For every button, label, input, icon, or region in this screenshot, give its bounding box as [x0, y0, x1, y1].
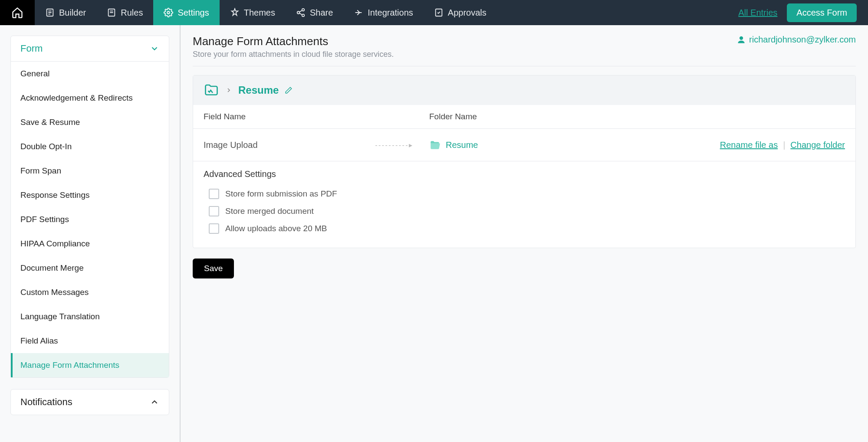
nav-themes[interactable]: Themes	[220, 0, 286, 25]
notifications-panel: Notifications	[10, 389, 169, 415]
td-folder[interactable]: Resume	[429, 139, 720, 151]
pencil-icon[interactable]	[285, 86, 293, 94]
sidebar-item-double-opt[interactable]: Double Opt-In	[11, 134, 169, 159]
rules-icon	[107, 8, 116, 17]
nav-label: Settings	[178, 8, 209, 18]
table-header: Field Name Folder Name	[193, 105, 855, 129]
nav-label: Rules	[121, 8, 143, 18]
chevron-down-icon	[150, 44, 159, 53]
th-field-name: Field Name	[204, 112, 429, 121]
notifications-title: Notifications	[20, 396, 72, 408]
user-icon	[737, 36, 746, 44]
builder-icon	[45, 8, 55, 17]
td-field-label: Image Upload	[204, 140, 258, 150]
nav-settings[interactable]: Settings	[153, 0, 219, 25]
page-header: Manage Form Attachments Store your form …	[193, 35, 856, 66]
page-subtitle: Store your form attachments in cloud fil…	[193, 50, 394, 59]
nav-label: Integrations	[368, 8, 413, 18]
folder-open-icon	[429, 139, 441, 151]
breadcrumb-folder[interactable]: Resume	[238, 84, 279, 96]
attachments-card: Resume Field Name Folder Name Image Uplo…	[193, 75, 856, 248]
nav-integrations[interactable]: Integrations	[343, 0, 424, 25]
separator: |	[783, 140, 785, 150]
row-actions: Rename file as | Change folder	[720, 140, 845, 150]
checkbox[interactable]	[209, 189, 219, 199]
save-button[interactable]: Save	[193, 259, 234, 278]
sidebar-item-lang[interactable]: Language Translation	[11, 304, 169, 329]
table-row: Image Upload - - - - - - - - - - ▸ Resum…	[193, 129, 855, 161]
sidebar-item-save-resume[interactable]: Save & Resume	[11, 110, 169, 134]
nav-label: Approvals	[448, 8, 487, 18]
sidebar-item-response[interactable]: Response Settings	[11, 183, 169, 207]
svg-point-3	[302, 9, 305, 11]
access-form-button[interactable]: Access Form	[787, 3, 857, 22]
settings-icon	[164, 8, 173, 17]
page-title: Manage Form Attachments	[193, 35, 394, 48]
integrations-icon	[354, 8, 363, 17]
home-icon	[11, 7, 23, 19]
sidebar-item-ack[interactable]: Acknowledgement & Redirects	[11, 86, 169, 110]
checkbox[interactable]	[209, 206, 219, 216]
themes-icon	[230, 8, 240, 17]
form-panel-title: Form	[20, 43, 43, 54]
top-nav: Builder Rules Settings Themes Share Inte…	[0, 0, 868, 25]
td-folder-label: Resume	[446, 140, 478, 150]
storage-folder-icon[interactable]	[204, 82, 219, 98]
nav-label: Themes	[244, 8, 275, 18]
sidebar-item-alias[interactable]: Field Alias	[11, 329, 169, 353]
chevron-right-icon	[225, 87, 232, 94]
checkbox[interactable]	[209, 223, 219, 234]
advanced-settings: Advanced Settings Store form submission …	[193, 161, 855, 248]
checkbox-label: Store form submission as PDF	[225, 189, 337, 199]
sidebar-item-custom-msg[interactable]: Custom Messages	[11, 280, 169, 304]
sidebar-item-pdf[interactable]: PDF Settings	[11, 207, 169, 232]
main-content: Manage Form Attachments Store your form …	[181, 25, 868, 442]
td-field: Image Upload - - - - - - - - - - ▸	[204, 140, 429, 150]
arrow-icon: - - - - - - - - - - ▸	[375, 141, 412, 149]
sidebar-item-attachments[interactable]: Manage Form Attachments	[11, 353, 169, 377]
form-panel: Form General Acknowledgement & Redirects…	[10, 36, 169, 378]
svg-point-4	[297, 11, 300, 14]
sidebar-item-general[interactable]: General	[11, 62, 169, 86]
share-icon	[296, 8, 306, 17]
breadcrumb: Resume	[193, 75, 855, 105]
sidebar-item-doc-merge[interactable]: Document Merge	[11, 256, 169, 280]
sidebar-item-hipaa[interactable]: HIPAA Compliance	[11, 232, 169, 256]
nav-rules[interactable]: Rules	[96, 0, 153, 25]
th-folder-name: Folder Name	[429, 112, 845, 121]
opt-store-pdf[interactable]: Store form submission as PDF	[204, 185, 845, 203]
change-folder-link[interactable]: Change folder	[790, 140, 845, 150]
notifications-panel-header[interactable]: Notifications	[11, 390, 169, 415]
all-entries-link[interactable]: All Entries	[738, 8, 777, 18]
svg-point-2	[168, 11, 170, 14]
user-email[interactable]: richardjohnson@zylker.com	[737, 35, 856, 45]
sidebar: Form General Acknowledgement & Redirects…	[0, 25, 181, 442]
chevron-up-icon	[150, 397, 159, 407]
opt-allow-20mb[interactable]: Allow uploads above 20 MB	[204, 220, 845, 237]
home-button[interactable]	[0, 0, 35, 25]
advanced-title: Advanced Settings	[204, 169, 845, 179]
svg-point-5	[302, 14, 305, 16]
checkbox-label: Allow uploads above 20 MB	[225, 224, 327, 233]
nav-label: Builder	[59, 8, 86, 18]
rename-file-link[interactable]: Rename file as	[720, 140, 778, 150]
user-email-text: richardjohnson@zylker.com	[749, 35, 856, 45]
nav-approvals[interactable]: Approvals	[424, 0, 497, 25]
sidebar-item-form-span[interactable]: Form Span	[11, 159, 169, 183]
nav-share[interactable]: Share	[286, 0, 343, 25]
checkbox-label: Store merged document	[225, 206, 314, 216]
nav-label: Share	[310, 8, 333, 18]
opt-store-merged[interactable]: Store merged document	[204, 203, 845, 220]
nav-builder[interactable]: Builder	[35, 0, 96, 25]
approvals-icon	[434, 8, 444, 17]
form-panel-header[interactable]: Form	[11, 36, 169, 62]
